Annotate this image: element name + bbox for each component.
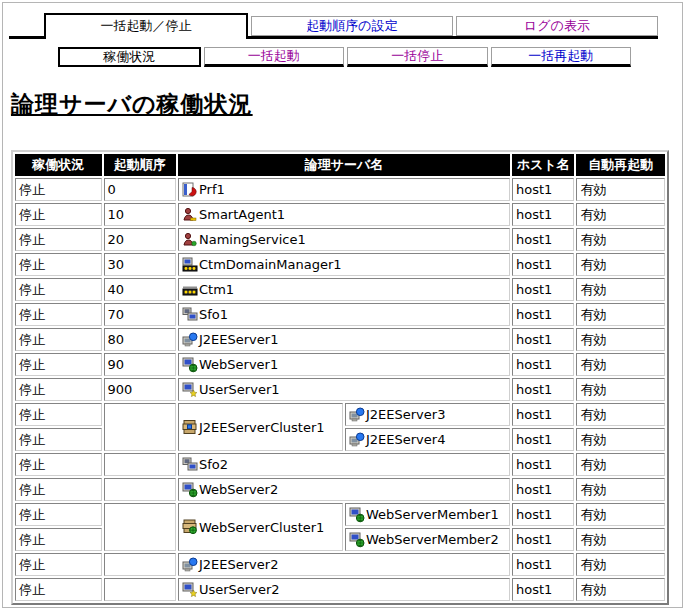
status-cell: 停止 [15,528,102,551]
server-name: J2EEServer3 [366,407,445,422]
server-name: UserServer1 [199,382,280,397]
j2ee-server-icon [182,557,198,573]
sub-tab-bar: 稼働状況 一括起動 一括停止 一括再起動 [58,47,634,67]
ctm-icon [182,282,198,298]
ctm-domain-manager-icon [182,257,198,273]
server-name-cell: NamingService1 [178,228,510,251]
server-name-cell: SmartAgent1 [178,203,510,226]
server-name-cell: UserServer1 [178,378,510,401]
auto-restart-cell: 有効 [576,478,665,501]
server-name: J2EEServer1 [199,332,278,347]
header-server-name: 論理サーバ名 [178,154,510,176]
server-name: Ctm1 [199,282,234,297]
host-cell: host1 [512,178,574,201]
subtab-operation-status[interactable]: 稼働状況 [58,47,201,67]
host-cell: host1 [512,253,574,276]
server-name-cell: Sfo1 [178,303,510,326]
web-server-icon [349,532,365,548]
j2ee-server-icon [349,407,365,423]
header-auto-restart: 自動再起動 [576,154,665,176]
server-name: NamingService1 [199,232,306,247]
user-server-icon [182,382,198,398]
web-server-icon [349,507,365,523]
order-cell: 0 [104,178,176,201]
table-row: 停止 90 WebServer1 host1 有効 [15,353,665,376]
j2ee-server-icon [349,432,365,448]
member-name-cell: WebServerMember2 [345,528,510,551]
table-row: 停止 40 Ctm1 host1 有効 [15,278,665,301]
order-cell: 900 [104,378,176,401]
server-name-cell: Prf1 [178,178,510,201]
web-cluster-icon [182,519,198,535]
header-host-name: ホスト名 [512,154,574,176]
web-server-icon [182,482,198,498]
table-row: 停止 0 Prf1 host1 有効 [15,178,665,201]
j2ee-cluster-icon [182,419,198,435]
order-cell [104,503,176,551]
auto-restart-cell: 有効 [576,453,665,476]
order-cell: 80 [104,328,176,351]
tab-batch-start-stop[interactable]: 一括起動／停止 [44,13,248,39]
table-header-row: 稼働状況 起動順序 論理サーバ名 ホスト名 自動再起動 [15,154,665,176]
table-row: 停止 30 CtmDomainManager1 host1 有効 [15,253,665,276]
order-cell: 40 [104,278,176,301]
server-status-table: 稼働状況 起動順序 論理サーバ名 ホスト名 自動再起動 停止 0 Prf1 ho… [11,150,669,605]
table-row: 停止 J2EEServer2 host1 有効 [15,553,665,576]
table-row: 停止 WebServer2 host1 有効 [15,478,665,501]
j2ee-server-icon [182,332,198,348]
order-cell [104,478,176,501]
table-row: 停止 80 J2EEServer1 host1 有効 [15,328,665,351]
host-cell: host1 [512,303,574,326]
auto-restart-cell: 有効 [576,353,665,376]
host-cell: host1 [512,228,574,251]
member-name-cell: J2EEServer4 [345,428,510,451]
server-name: CtmDomainManager1 [199,257,342,272]
tab-start-order-settings[interactable]: 起動順序の設定 [251,16,453,36]
subtab-batch-restart[interactable]: 一括再起動 [491,47,632,67]
server-name-cell: J2EEServer2 [178,553,510,576]
status-cell: 停止 [15,453,102,476]
auto-restart-cell: 有効 [576,253,665,276]
auto-restart-cell: 有効 [576,303,665,326]
table-row: 停止 10 SmartAgent1 host1 有効 [15,203,665,226]
server-name-cell: J2EEServer1 [178,328,510,351]
server-name: WebServer1 [199,357,278,372]
server-name-cell: Sfo2 [178,453,510,476]
server-name-cell: WebServer1 [178,353,510,376]
host-cell: host1 [512,378,574,401]
page-frame: 一括起動／停止 起動順序の設定 ログの表示 稼働状況 一括起動 一括停止 一括再… [2,2,683,608]
order-cell: 10 [104,203,176,226]
order-cell [104,578,176,601]
host-cell: host1 [512,328,574,351]
server-name: Sfo1 [199,307,228,322]
subtab-batch-start[interactable]: 一括起動 [204,47,345,67]
status-cell: 停止 [15,503,102,526]
auto-restart-cell: 有効 [576,428,665,451]
sfo-server-icon [182,457,198,473]
status-cell: 停止 [15,328,102,351]
host-cell: host1 [512,353,574,376]
server-name: J2EEServer2 [199,557,278,572]
status-cell: 停止 [15,553,102,576]
status-cell: 停止 [15,378,102,401]
table-row: 停止 900 UserServer1 host1 有効 [15,378,665,401]
server-name-cell: UserServer2 [178,578,510,601]
tab-log-display[interactable]: ログの表示 [456,16,658,36]
order-cell: 30 [104,253,176,276]
user-server-icon [182,582,198,598]
status-cell: 停止 [15,278,102,301]
auto-restart-cell: 有効 [576,178,665,201]
auto-restart-cell: 有効 [576,378,665,401]
auto-restart-cell: 有効 [576,278,665,301]
main-tab-bar: 一括起動／停止 起動順序の設定 ログの表示 [9,13,658,39]
naming-service-icon [182,232,198,248]
host-cell: host1 [512,428,574,451]
server-name: Sfo2 [199,457,228,472]
status-cell: 停止 [15,403,102,426]
subtab-batch-stop[interactable]: 一括停止 [347,47,488,67]
server-name-cell: Ctm1 [178,278,510,301]
server-name: J2EEServer4 [366,432,445,447]
status-cell: 停止 [15,478,102,501]
auto-restart-cell: 有効 [576,553,665,576]
server-name: WebServerMember1 [366,507,499,522]
